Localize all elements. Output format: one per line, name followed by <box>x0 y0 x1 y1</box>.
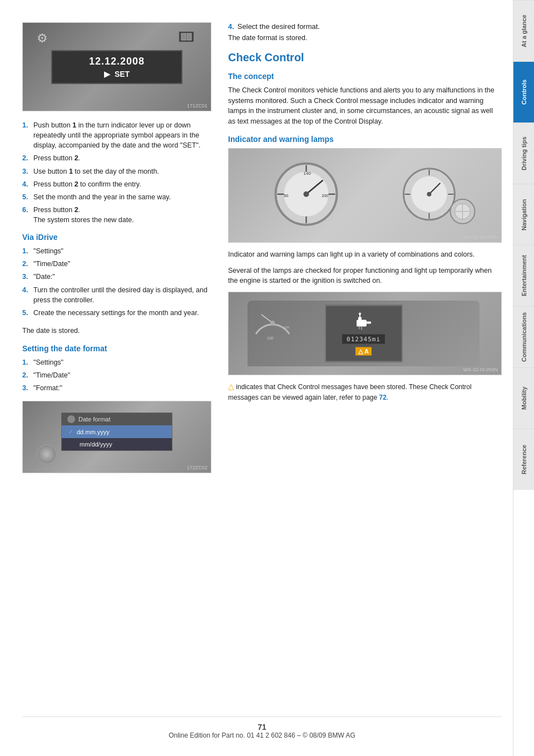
right-column: 4. Select the desired format. The date f… <box>228 22 502 700</box>
svg-point-9 <box>304 192 309 197</box>
sidebar-tabs: At a glance Controls Driving tips Naviga… <box>513 0 534 756</box>
sidebar-tab-controls[interactable]: Controls <box>513 61 534 122</box>
check-icon: ✓ <box>68 428 73 435</box>
date-stored-note: The date is stored. <box>22 326 211 336</box>
format-step-1: 1. "Settings" <box>22 357 211 367</box>
format-text-2: "Time/Date" <box>33 370 70 380</box>
via-idrive-heading: Via iDrive <box>22 233 211 242</box>
fuel-gauge-svg <box>449 198 477 225</box>
sidebar-tab-driving-tips[interactable]: Driving tips <box>513 122 534 184</box>
svg-text:200: 200 <box>322 194 329 198</box>
step-text-5: Set the month and the year in the same w… <box>33 192 171 202</box>
image-caption-format: 172ZC02 <box>187 465 207 470</box>
sidebar-tab-navigation[interactable]: Navigation <box>513 184 534 245</box>
warning-badge: △ A <box>355 347 372 355</box>
idrive-step-2: 2. "Time/Date" <box>22 259 211 269</box>
step-num-2: 2. <box>22 153 30 163</box>
warning-bg: 100 160 <box>248 301 479 366</box>
icon-box-1 <box>179 31 194 42</box>
date-display-image: ⚙ 12.12.2008 ▶ SET 171ZC01 <box>22 22 211 111</box>
svg-rect-30 <box>367 321 371 323</box>
set-label: SET <box>115 70 130 78</box>
format-text-1: "Settings" <box>33 357 63 367</box>
idrive-text-1: "Settings" <box>33 246 63 256</box>
gauges-image: 140 60 200 <box>228 148 502 243</box>
format-menu-image: Date format ✓ dd.mm.yyyy mm/dd/yyyy <box>22 401 211 473</box>
warning-note: △ indicates that Check Control messages … <box>228 381 502 402</box>
step-text-6: Press button 2.The system stores the new… <box>33 205 134 225</box>
fuel-gauge <box>449 198 477 227</box>
idrive-step-5: 5. Create the necessary settings for the… <box>22 308 211 318</box>
svg-text:160: 160 <box>284 326 290 329</box>
format-steps: 1. "Settings" 2. "Time/Date" 3. "Format:… <box>22 357 211 393</box>
image-caption-gauges: WX-31-M-059N <box>463 234 498 240</box>
svg-point-28 <box>270 321 275 325</box>
format-option-1-label: dd.mm.yyyy <box>77 429 110 435</box>
format-option-1: ✓ dd.mm.yyyy <box>62 425 172 438</box>
svg-point-33 <box>359 312 361 315</box>
page-container: ⚙ 12.12.2008 ▶ SET 171ZC01 <box>0 0 534 756</box>
idrive-text-5: Create the necessary settings for the mo… <box>33 308 199 318</box>
idrive-num-5: 5. <box>22 308 30 318</box>
format-num-1: 1. <box>22 357 30 367</box>
svg-rect-29 <box>357 320 367 326</box>
format-menu: Date format ✓ dd.mm.yyyy mm/dd/yyyy <box>61 413 172 451</box>
date-value: 12.12.2008 <box>59 56 175 67</box>
controller-wheel <box>37 444 57 464</box>
format-option-2: mm/dd/yyyy <box>62 438 172 450</box>
idrive-step-1: 1. "Settings" <box>22 246 211 256</box>
format-step-2: 2. "Time/Date" <box>22 370 211 380</box>
page-ref-link[interactable]: 72 <box>379 394 387 401</box>
warning-icon-row <box>354 311 373 331</box>
right-step4: 4. Select the desired format. <box>228 22 502 31</box>
step-5: 5. Set the month and the year in the sam… <box>22 192 211 202</box>
setting-date-format-heading: Setting the date format <box>22 344 211 353</box>
indicator-text1: Indicator and warning lamps can light up… <box>228 249 502 260</box>
sidebar-tab-entertainment[interactable]: Entertainment <box>513 245 534 306</box>
arrow-icon: ▶ <box>104 70 110 78</box>
svg-point-20 <box>427 192 431 197</box>
step-num-6: 6. <box>22 205 30 225</box>
concept-heading: The concept <box>228 72 502 81</box>
concept-text: The Check Control monitors vehicle funct… <box>228 85 502 127</box>
main-content: ⚙ 12.12.2008 ▶ SET 171ZC01 <box>0 0 513 756</box>
image-caption-warning: WX-32-M-059N <box>463 367 498 372</box>
step-text-4: Press button 2 to confirm the entry. <box>33 179 141 189</box>
sidebar-tab-mobility[interactable]: Mobility <box>513 367 534 429</box>
idrive-text-4: Turn the controller until the desired da… <box>33 285 211 305</box>
format-menu-title-label: Date format <box>78 416 110 423</box>
right-step4-text: Select the desired format. <box>238 22 320 31</box>
gauge-inner: 140 60 200 <box>243 158 488 233</box>
indicator-heading: Indicator and warning lamps <box>228 135 502 144</box>
indicator-text2: Several of the lamps are checked for pro… <box>228 266 502 287</box>
warning-speedometer: 100 160 <box>253 303 292 342</box>
page-footer: 71 Online Edition for Part no. 01 41 2 6… <box>22 716 502 745</box>
footer-text: Online Edition for Part no. 01 41 2 602 … <box>28 732 496 739</box>
sidebar-tab-at-a-glance[interactable]: At a glance <box>513 0 534 61</box>
oil-can-svg <box>354 311 373 331</box>
step-text-3: Use button 1 to set the day of the month… <box>33 166 159 176</box>
step-num-5: 5. <box>22 192 30 202</box>
speedometer-svg: 140 60 200 <box>273 161 340 228</box>
format-option-2-label: mm/dd/yyyy <box>80 441 112 448</box>
check-control-heading: Check Control <box>228 51 502 64</box>
idrive-num-4: 4. <box>22 285 30 305</box>
step-3: 3. Use button 1 to set the day of the mo… <box>22 166 211 176</box>
top-icons <box>179 31 194 42</box>
sidebar-tab-reference[interactable]: Reference <box>513 429 534 490</box>
right-stored-note: The date format is stored. <box>228 33 502 43</box>
step-6: 6. Press button 2.The system stores the … <box>22 205 211 225</box>
format-num-2: 2. <box>22 370 30 380</box>
speedometer-container: 140 60 200 <box>273 161 340 229</box>
idrive-num-1: 1. <box>22 246 30 256</box>
right-step4-num: 4. <box>228 22 234 31</box>
step-num-1: 1. <box>22 120 30 150</box>
page-number: 71 <box>28 723 496 732</box>
sidebar-tab-communications[interactable]: Communications <box>513 306 534 367</box>
via-idrive-steps: 1. "Settings" 2. "Time/Date" 3. "Date:" … <box>22 246 211 318</box>
step-num-4: 4. <box>22 179 30 189</box>
car-icon: ⚙ <box>37 31 48 46</box>
idrive-text-2: "Time/Date" <box>33 259 70 269</box>
format-num-3: 3. <box>22 383 30 393</box>
idrive-step-3: 3. "Date:" <box>22 272 211 282</box>
